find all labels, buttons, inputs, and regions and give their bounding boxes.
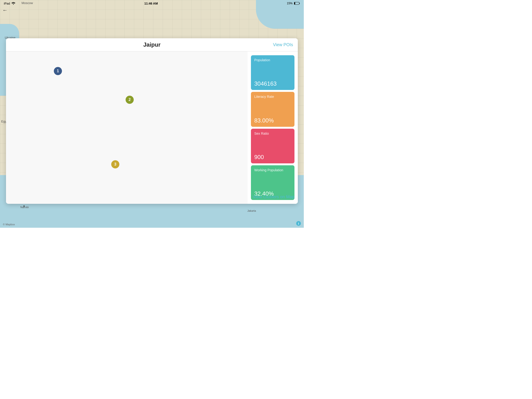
stats-sidebar: Population 3046163 Literacy Rate 83.00% …	[247, 51, 298, 204]
svg-rect-3	[294, 2, 295, 4]
carrier-label: iPad	[4, 2, 10, 5]
cluster-marker-1[interactable]: 1	[54, 67, 62, 75]
stat-value-sex-ratio: 900	[254, 154, 291, 160]
status-bar: iPad 11:46 AM 15%	[0, 0, 304, 7]
stat-card-literacy: Literacy Rate 83.00%	[251, 92, 294, 127]
panel-header: Jaipur View POIs	[6, 38, 298, 51]
stat-label-sex-ratio: Sex Ratio	[254, 132, 291, 135]
main-panel: Jaipur View POIs 1 2 3 Population 304616…	[6, 38, 298, 204]
view-pois-button[interactable]: View POIs	[273, 42, 293, 47]
wifi-icon	[12, 2, 15, 5]
stat-label-population: Population	[254, 58, 291, 62]
mapbox-logo: © Mapbox	[3, 223, 15, 226]
stat-label-literacy: Literacy Rate	[254, 95, 291, 99]
stat-card-population: Population 3046163	[251, 55, 294, 90]
status-right: 15%	[287, 2, 300, 5]
map-area[interactable]: 1 2 3	[6, 51, 247, 204]
status-time: 11:46 AM	[144, 2, 158, 5]
back-button[interactable]: ←	[2, 7, 8, 13]
panel-content: 1 2 3 Population 3046163 Literacy Rate 8…	[6, 51, 298, 204]
stat-value-literacy: 83.00%	[254, 117, 291, 124]
battery-percent: 15%	[287, 2, 292, 5]
panel-title: Jaipur	[143, 41, 160, 48]
cluster-marker-3[interactable]: 3	[111, 160, 119, 168]
info-icon[interactable]: i	[296, 221, 301, 226]
stat-card-sex-ratio: Sex Ratio 900	[251, 129, 294, 163]
stat-value-population: 3046163	[254, 80, 291, 87]
svg-rect-2	[299, 3, 300, 4]
stat-label-working: Working Population	[254, 168, 291, 172]
cluster-marker-2[interactable]: 2	[126, 96, 134, 104]
status-left: iPad	[4, 2, 15, 5]
svg-point-0	[13, 4, 14, 5]
battery-icon	[294, 2, 300, 5]
view-clusters-button[interactable]: View Clusters on Map	[253, 195, 294, 200]
map-label-jakarta: Jakarta	[247, 209, 256, 212]
nairobi-dot	[23, 205, 25, 207]
